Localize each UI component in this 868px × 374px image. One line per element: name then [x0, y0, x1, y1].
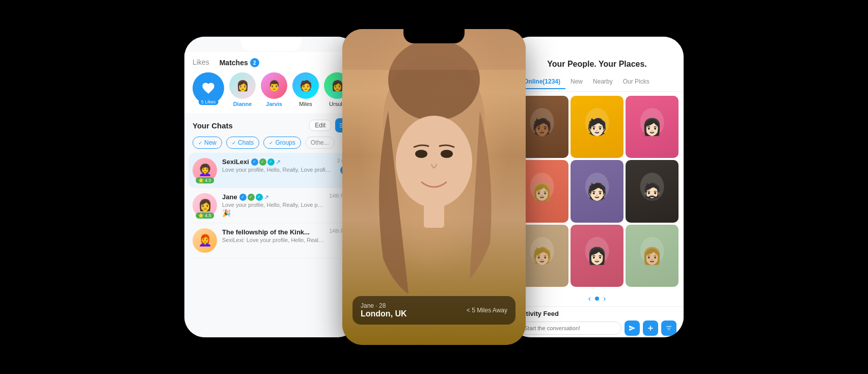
heart-icon: [201, 81, 215, 95]
page-dot: [595, 297, 599, 301]
dianne-avatar: 👩: [229, 72, 256, 99]
jarvis-name: Jarvis: [266, 101, 282, 107]
activity-feed-section: Activity Feed: [510, 306, 684, 337]
jane-chat-info: Jane ✓ ✓ ✓ ↗ Love your profile, Hello, R…: [222, 193, 324, 217]
chats-header: Your Chats Edit: [193, 118, 349, 132]
jane-avatar: 👩 ⭐ 4.5: [193, 193, 217, 218]
avatars-row: 5 Likes 👩 Dianne 👨 Jarvi: [193, 72, 349, 107]
next-page-button[interactable]: ›: [603, 294, 606, 303]
jane-name-row: Jane ✓ ✓ ✓ ↗: [222, 193, 324, 201]
phone-people: Your People. Your Places. Online(1234) N…: [510, 37, 684, 337]
svg-rect-9: [342, 29, 526, 70]
jane-verified: ✓ ✓ ✓ ↗: [239, 194, 269, 201]
filter-tab-chats[interactable]: ✓ Chats: [226, 137, 259, 149]
check-icon-new: ✓: [198, 140, 202, 146]
person-face-8: 👩🏻: [571, 225, 623, 287]
filter-icon: [665, 325, 672, 332]
people-header: Your People. Your Places.: [510, 55, 684, 73]
edit-button[interactable]: Edit: [309, 120, 331, 131]
dianne-name: Dianne: [233, 101, 252, 107]
notch-3: [569, 37, 625, 49]
tab-new[interactable]: New: [565, 75, 588, 89]
chat-item-jane[interactable]: 👩 ⭐ 4.5 Jane ✓ ✓ ✓ ↗: [193, 188, 349, 223]
svg-rect-8: [424, 202, 444, 228]
check-icon-chats: ✓: [232, 140, 236, 146]
svg-point-6: [415, 150, 427, 158]
person-card-6[interactable]: 🧔🏻: [626, 160, 679, 222]
tab-likes[interactable]: Likes: [193, 58, 209, 67]
person-face-5: 🧑🏻: [571, 160, 623, 222]
tab-our-picks[interactable]: Our Picks: [618, 75, 655, 89]
people-tabs: Online(1234) New Nearby Our Picks: [510, 73, 684, 92]
person-card-2[interactable]: 🧑🏻: [571, 96, 623, 158]
profile-location: London, UK: [361, 309, 407, 318]
profile-details: Jane · 28 London, UK: [361, 302, 407, 318]
jane-rating: ⭐ 4.5: [196, 212, 214, 219]
sexi-avatar: 👩‍🦱 ⭐ 4.5: [193, 158, 217, 182]
chat-filter-tabs: ✓ New ✓ Chats ✓ Groups Othe...: [193, 137, 349, 149]
jane-preview: Love your profile, Hello, Really, Love p…: [222, 202, 324, 208]
likes-matches-tabs: Likes Matches 2: [193, 58, 349, 67]
person-card-9[interactable]: 👩🏼: [626, 225, 679, 287]
svg-point-7: [441, 150, 453, 158]
group-avatar: 👩‍🦰: [193, 228, 217, 253]
person-face-2: 🧑🏻: [571, 96, 623, 158]
phone2-content: Jane · 28 London, UK < 5 Miles Away: [342, 29, 526, 345]
phone3-content: Your People. Your Places. Online(1234) N…: [510, 37, 684, 337]
my-likes-item[interactable]: 5 Likes: [193, 72, 224, 104]
send-icon: [629, 325, 636, 332]
tab-matches[interactable]: Matches 2: [220, 58, 259, 67]
match-jarvis[interactable]: 👨 Jarvis: [261, 72, 287, 107]
profile-info-bar: Jane · 28 London, UK < 5 Miles Away: [352, 296, 516, 325]
tab-nearby[interactable]: Nearby: [588, 75, 618, 89]
sexi-verified: ✓ ✓ ✓ ↗: [251, 158, 281, 166]
my-likes-avatar: 5 Likes: [193, 72, 224, 104]
profile-photo-bg: Jane · 28 London, UK < 5 Miles Away: [342, 29, 526, 345]
notch-1: [243, 37, 299, 49]
person-card-3[interactable]: 👩🏻: [626, 96, 679, 158]
chats-section: Your Chats Edit: [184, 113, 358, 263]
jarvis-avatar: 👨: [261, 72, 287, 99]
person-card-5[interactable]: 🧑🏻: [571, 160, 623, 222]
person-face-9: 👩🏼: [626, 225, 679, 287]
sexi-name-row: SexiLexi ✓ ✓ ✓ ↗: [222, 158, 332, 166]
arrow-icon: ↗: [276, 158, 281, 166]
chats-title: Your Chats: [193, 121, 233, 130]
send-button[interactable]: [625, 320, 640, 336]
activity-feed-title: Activity Feed: [518, 310, 676, 317]
filter-tab-new[interactable]: ✓ New: [193, 137, 222, 149]
person-card-8[interactable]: 👩🏻: [571, 225, 623, 287]
miles-avatar: 🧑: [292, 72, 319, 99]
jane-verify-3: ✓: [256, 194, 263, 201]
group-name: The fellowship of the Kink...: [222, 228, 310, 236]
filter-tab-other[interactable]: Othe...: [305, 137, 335, 149]
activity-input[interactable]: [518, 322, 621, 335]
jane-verify-2: ✓: [248, 194, 255, 201]
group-chat-info: The fellowship of the Kink... SexiLexi: …: [222, 228, 324, 243]
chat-item-group[interactable]: 👩‍🦰 The fellowship of the Kink... SexiLe…: [193, 223, 349, 258]
likes-count-label: 5 Likes: [199, 99, 219, 105]
phone-chats: Likes Matches 2 5 Likes: [184, 37, 358, 337]
activity-filter-button[interactable]: [661, 320, 676, 336]
jane-emoji: 🎉: [222, 209, 324, 217]
pagination: ‹ ›: [510, 291, 684, 306]
filter-tab-groups[interactable]: ✓ Groups: [263, 137, 301, 149]
people-title: Your People. Your Places.: [519, 60, 675, 69]
phone1-content: Likes Matches 2 5 Likes: [184, 37, 358, 337]
profile-name-age: Jane · 28: [361, 302, 407, 309]
phone-profile: Jane · 28 London, UK < 5 Miles Away: [342, 29, 526, 345]
match-dianne[interactable]: 👩 Dianne: [229, 72, 256, 107]
group-preview: SexiLexi: Love your profile, Hello, Real…: [222, 237, 324, 243]
svg-point-5: [396, 116, 472, 207]
match-miles[interactable]: 🧑 Miles: [292, 72, 319, 107]
add-button[interactable]: [643, 320, 658, 336]
sexi-preview: Love your profile, Hello, Really, Love p…: [222, 167, 332, 173]
people-grid: 🧑🏾 🧑🏻 👩🏻 👩🏼: [510, 92, 684, 291]
likes-matches-section: Likes Matches 2 5 Likes: [184, 52, 358, 113]
jane-arrow: ↗: [264, 194, 269, 201]
prev-page-button[interactable]: ‹: [588, 294, 591, 303]
person-face-6: 🧔🏻: [626, 160, 679, 222]
check-icon-groups: ✓: [269, 140, 273, 146]
profile-distance: < 5 Miles Away: [467, 307, 507, 314]
chat-item-sexi[interactable]: 👩‍🦱 ⭐ 4.5 SexiLexi ✓ ✓ ✓ ↗: [188, 153, 354, 188]
